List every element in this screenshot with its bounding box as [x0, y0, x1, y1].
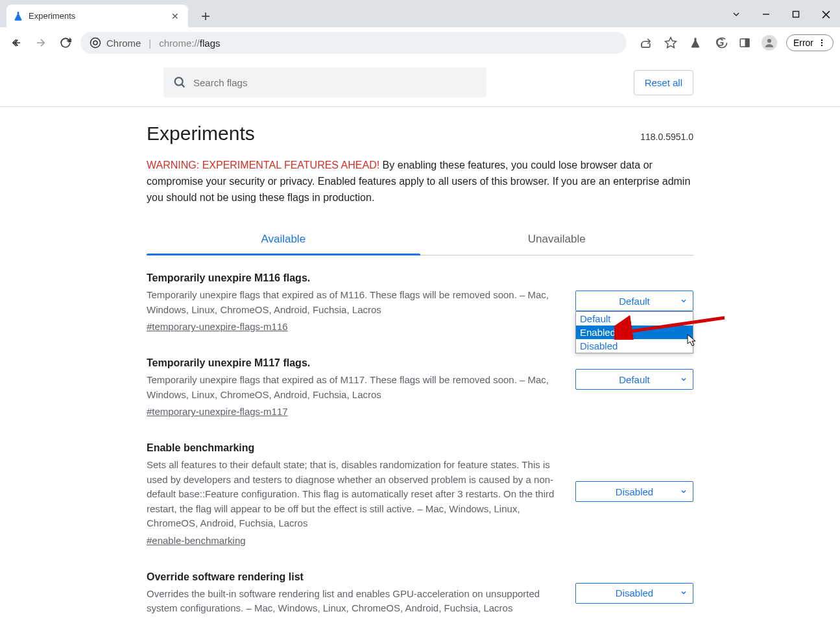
dropdown-option-enabled[interactable]: Enabled: [576, 326, 693, 339]
chevron-down-icon: [680, 587, 688, 599]
content: Experiments 118.0.5951.0 WARNING: EXPERI…: [147, 107, 693, 639]
flag-select-wrap: Disabled: [575, 442, 693, 547]
url-bar[interactable]: Chrome | chrome://flags: [80, 32, 627, 54]
flag-info: Temporarily unexpire M117 flags. Tempora…: [147, 357, 565, 418]
svg-point-14: [767, 39, 771, 43]
flag-item: Override software rendering list Overrid…: [147, 571, 693, 620]
flag-title: Enable benchmarking: [147, 442, 565, 454]
reload-button[interactable]: [56, 33, 75, 53]
svg-rect-1: [793, 12, 799, 18]
forward-button[interactable]: [31, 33, 51, 53]
flag-select[interactable]: Disabled: [575, 583, 693, 604]
flag-item: Enable benchmarking Sets all features to…: [147, 442, 693, 547]
flag-select[interactable]: Default: [575, 369, 693, 390]
minimize-button[interactable]: [757, 5, 775, 23]
error-button[interactable]: Error: [786, 34, 834, 51]
warning-text: WARNING: EXPERIMENTAL FEATURES AHEAD! By…: [147, 158, 693, 206]
profile-avatar[interactable]: [762, 35, 777, 51]
tab-search-button[interactable]: [727, 5, 745, 23]
content-scroll[interactable]: Experiments 118.0.5951.0 WARNING: EXPERI…: [0, 107, 840, 639]
flag-description: Temporarily unexpire flags that expired …: [147, 373, 562, 402]
tab-close-button[interactable]: ✕: [169, 11, 182, 21]
close-window-button[interactable]: [817, 5, 835, 23]
flag-info: Override software rendering list Overrid…: [147, 571, 565, 620]
flag-description: Temporarily unexpire flags that expired …: [147, 288, 562, 317]
flag-info: Temporarily unexpire M116 flags. Tempora…: [147, 272, 565, 333]
flag-select[interactable]: Default: [575, 290, 693, 311]
flag-select-value: Disabled: [616, 587, 653, 599]
page-header: Reset all: [0, 58, 840, 107]
page-title-row: Experiments 118.0.5951.0: [147, 123, 693, 145]
svg-marker-10: [666, 38, 677, 48]
share-icon[interactable]: [638, 35, 654, 51]
flag-item: Temporarily unexpire M116 flags. Tempora…: [147, 272, 693, 333]
flag-select-wrap: Default Default Enabled Disabled: [575, 272, 693, 333]
svg-point-15: [821, 40, 822, 41]
flag-info: Enable benchmarking Sets all features to…: [147, 442, 565, 547]
flag-select[interactable]: Disabled: [575, 481, 693, 502]
flag-link[interactable]: #temporary-unexpire-flags-m117: [147, 406, 288, 417]
dropdown-menu: Default Enabled Disabled: [575, 311, 693, 353]
tab-strip: Experiments ✕ +: [0, 0, 840, 27]
svg-point-18: [175, 78, 183, 86]
search-icon: [173, 75, 187, 89]
dropdown-option-default[interactable]: Default: [576, 312, 693, 326]
flask-icon[interactable]: [688, 35, 703, 51]
flag-select-value: Disabled: [616, 486, 653, 497]
bookmark-star-icon[interactable]: [663, 35, 678, 51]
chevron-down-icon: [680, 486, 688, 497]
browser-chrome: Experiments ✕ + Chrome | chrome://flags …: [0, 0, 840, 58]
flag-select-wrap: Default: [575, 357, 693, 418]
svg-point-8: [93, 41, 97, 45]
tab-title: Experiments: [29, 11, 163, 21]
flag-select-value: Default: [619, 296, 650, 307]
tab-available[interactable]: Available: [147, 224, 420, 255]
tabs: Available Unavailable: [147, 224, 693, 255]
flag-description: Overrides the built-in software renderin…: [147, 587, 562, 616]
maximize-button[interactable]: [787, 5, 805, 23]
flag-link[interactable]: #temporary-unexpire-flags-m116: [147, 321, 288, 332]
chevron-down-icon: [680, 374, 688, 385]
url-separator: |: [149, 38, 151, 49]
dropdown-option-disabled[interactable]: Disabled: [576, 339, 693, 353]
back-button[interactable]: [6, 33, 26, 53]
error-label: Error: [793, 38, 813, 48]
flag-select-wrap: Disabled: [575, 571, 693, 620]
google-icon[interactable]: G: [712, 35, 728, 51]
flag-title: Temporarily unexpire M117 flags.: [147, 357, 565, 369]
flag-description: Sets all features to their default state…: [147, 458, 562, 531]
url-scheme: Chrome: [106, 38, 141, 49]
browser-tab[interactable]: Experiments ✕: [6, 5, 188, 27]
warning-prefix: WARNING: EXPERIMENTAL FEATURES AHEAD!: [147, 160, 379, 171]
flag-item: Temporarily unexpire M117 flags. Tempora…: [147, 357, 693, 418]
svg-point-16: [821, 42, 822, 43]
kebab-icon: [817, 38, 826, 47]
flag-link[interactable]: #enable-benchmarking: [147, 535, 246, 546]
svg-rect-13: [745, 39, 749, 47]
flag-title: Override software rendering list: [147, 571, 565, 583]
page-title: Experiments: [147, 123, 255, 145]
new-tab-button[interactable]: +: [196, 5, 215, 27]
window-controls: [727, 5, 835, 23]
search-box[interactable]: [163, 67, 486, 97]
chevron-down-icon: [680, 296, 688, 307]
flask-icon: [13, 11, 23, 21]
flag-title: Temporarily unexpire M116 flags.: [147, 272, 565, 284]
toolbar-icons: G Error: [638, 34, 834, 51]
svg-point-7: [91, 38, 101, 48]
tab-unavailable[interactable]: Unavailable: [420, 224, 694, 255]
flag-select-value: Default: [619, 374, 650, 385]
svg-line-19: [182, 84, 184, 87]
chrome-icon: [90, 37, 101, 49]
reset-all-button[interactable]: Reset all: [634, 70, 693, 95]
svg-point-17: [821, 45, 822, 46]
search-input[interactable]: [193, 77, 477, 88]
url-path: chrome://flags: [159, 38, 220, 49]
sidepanel-icon[interactable]: [737, 35, 752, 51]
version-label: 118.0.5951.0: [640, 132, 693, 142]
address-bar: Chrome | chrome://flags G Error: [0, 27, 840, 58]
